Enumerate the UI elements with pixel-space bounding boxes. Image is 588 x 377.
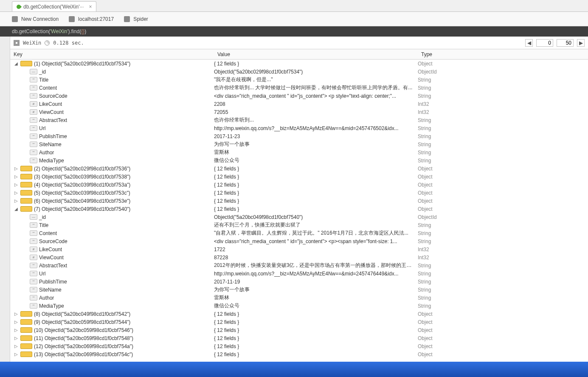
- tree-row[interactable]: —_idObjectId("5a20bc049f98cd1f0cbf7540")…: [10, 213, 588, 221]
- tree-row[interactable]: ""SourceCode<div class="rich_media_conte…: [10, 237, 588, 245]
- tree-row[interactable]: ""AbstractText也许你经常听到...String: [10, 116, 588, 124]
- expand-icon[interactable]: ▷: [14, 320, 19, 324]
- expand-icon[interactable]: ▷: [14, 312, 19, 316]
- field-type-icon: "": [30, 295, 37, 300]
- toolbar: New Connection localhost:27017 Spider: [0, 12, 588, 26]
- query-prefix: db.: [12, 28, 19, 34]
- collapse-icon[interactable]: ◢: [14, 61, 19, 66]
- header-value[interactable]: Value: [214, 51, 418, 57]
- row-value: { 12 fields }: [214, 182, 418, 188]
- row-type: Object: [418, 61, 588, 67]
- field-type-icon: "": [30, 142, 37, 147]
- row-value: { 12 fields }: [214, 319, 418, 325]
- page-next-button[interactable]: ▶: [577, 39, 585, 47]
- tree-row[interactable]: ▷(12) ObjectId("5a20bc069f98cd1f0cbf754a…: [10, 342, 588, 350]
- row-type: String: [418, 271, 588, 277]
- tree-row[interactable]: ""SourceCode<div class="rich_media_conte…: [10, 92, 588, 100]
- row-type: Object: [418, 206, 588, 212]
- expand-icon[interactable]: ▷: [14, 182, 19, 187]
- object-badge-icon: [20, 311, 32, 317]
- row-value: 2017-11-19: [214, 279, 418, 285]
- tree-row[interactable]: ""MediaType微信公众号String: [10, 302, 588, 310]
- row-value: { 12 fields }: [214, 190, 418, 196]
- collection-name: WeiXin: [23, 40, 41, 46]
- tree-row[interactable]: ""Content"自君入狱，举世瞩目。人生辉煌，莫过于此。" 2016年1月7…: [10, 229, 588, 237]
- tree-row[interactable]: ""PublishTime2017-11-23String: [10, 132, 588, 140]
- tree-row[interactable]: ◢(7) ObjectId("5a20bc049f98cd1f0cbf7540"…: [10, 205, 588, 213]
- tree-row[interactable]: ""Title"我不是在歧视啊，但是..."String: [10, 76, 588, 84]
- tree-row[interactable]: #ViewCount72055Int32: [10, 108, 588, 116]
- tree-row[interactable]: ▷(13) ObjectId("5a20bc069f98cd1f0cbf754c…: [10, 350, 588, 358]
- mongo-leaf-icon: [16, 3, 22, 9]
- tree-row[interactable]: ▷(6) ObjectId("5a20bc049f98cd1f0cbf753e"…: [10, 197, 588, 205]
- expand-icon[interactable]: ▷: [14, 198, 19, 203]
- row-key: (3) ObjectId("5a20bc039f98cd1f0cbf7538"): [34, 174, 130, 180]
- row-type: Int32: [418, 255, 588, 261]
- header-key[interactable]: Key: [10, 51, 214, 57]
- object-badge-icon: [20, 206, 32, 212]
- tree-row[interactable]: #LikeCount2208Int32: [10, 100, 588, 108]
- editor-tab[interactable]: db.getCollection('WeiXin'··· ×: [12, 1, 96, 11]
- row-type: String: [418, 125, 588, 131]
- tree-row[interactable]: #ViewCount87228Int32: [10, 253, 588, 261]
- tree-row[interactable]: ""SiteName为你写一个故事String: [10, 140, 588, 148]
- row-key: (1) ObjectId("5a20bc029f98cd1f0cbf7534"): [34, 61, 130, 67]
- tree-row[interactable]: ▷(9) ObjectId("5a20bc059f98cd1f0cbf7544"…: [10, 318, 588, 326]
- expand-icon[interactable]: ▷: [14, 174, 19, 179]
- field-type-icon: "": [30, 279, 37, 284]
- tree-row[interactable]: ▷(8) ObjectId("5a20bc049f98cd1f0cbf7542"…: [10, 310, 588, 318]
- row-key: _id: [39, 69, 46, 75]
- collapse-icon[interactable]: ◢: [14, 207, 19, 211]
- new-connection-icon: [12, 16, 18, 22]
- result-tree[interactable]: ◢(1) ObjectId("5a20bc029f98cd1f0cbf7534"…: [10, 60, 588, 362]
- row-key: (12) ObjectId("5a20bc069f98cd1f0cbf754a"…: [34, 343, 133, 349]
- close-icon[interactable]: ×: [89, 4, 92, 10]
- row-type: Object: [418, 343, 588, 349]
- field-type-icon: "": [30, 158, 37, 163]
- field-type-icon: "": [30, 93, 37, 99]
- tree-row[interactable]: ""Author雷斯林String: [10, 294, 588, 302]
- row-value: 2208: [214, 101, 418, 107]
- tree-row[interactable]: ◢(1) ObjectId("5a20bc029f98cd1f0cbf7534"…: [10, 60, 588, 68]
- page-prev-button[interactable]: ◀: [525, 39, 533, 47]
- row-key: (7) ObjectId("5a20bc049f98cd1f0cbf7540"): [34, 206, 130, 212]
- page-size-input[interactable]: [557, 39, 574, 47]
- tree-row[interactable]: ▷(11) ObjectId("5a20bc059f98cd1f0cbf7548…: [10, 334, 588, 342]
- tree-row[interactable]: ""Urlhttp://mp.weixin.qq.com/s?__biz=MzA…: [10, 124, 588, 132]
- header-type[interactable]: Type: [418, 51, 588, 57]
- row-key: Content: [39, 230, 57, 236]
- tree-row[interactable]: ""Urlhttp://mp.weixin.qq.com/s?__biz=MzA…: [10, 269, 588, 278]
- tree-row[interactable]: ▷(5) ObjectId("5a20bc039f98cd1f0cbf753c"…: [10, 189, 588, 197]
- expand-icon[interactable]: ▷: [14, 166, 19, 171]
- row-value: 微信公众号: [214, 302, 418, 309]
- tree-row[interactable]: ""PublishTime2017-11-19String: [10, 278, 588, 286]
- tree-row[interactable]: #LikeCount1722Int32: [10, 245, 588, 253]
- field-type-icon: "": [30, 230, 37, 236]
- row-key: (2) ObjectId("5a20bc029f98cd1f0cbf7536"): [34, 166, 130, 172]
- query-bar[interactable]: db.getCollection('WeiXin').find({}): [0, 26, 588, 37]
- expand-icon[interactable]: ▷: [14, 336, 19, 340]
- tree-row[interactable]: ""MediaType微信公众号String: [10, 156, 588, 164]
- row-type: String: [418, 158, 588, 164]
- tree-row[interactable]: ""Title还有不到三个月，快播王欣就要出狱了String: [10, 221, 588, 229]
- database-label[interactable]: Spider: [133, 16, 148, 22]
- tree-row[interactable]: ""SiteName为你写一个故事String: [10, 286, 588, 294]
- row-type: String: [418, 230, 588, 236]
- expand-icon[interactable]: ▷: [14, 190, 19, 195]
- expand-icon[interactable]: ▷: [14, 344, 19, 349]
- page-from-input[interactable]: [536, 39, 553, 47]
- new-connection-button[interactable]: New Connection: [21, 16, 59, 22]
- tree-row[interactable]: ▷(4) ObjectId("5a20bc039f98cd1f0cbf753a"…: [10, 181, 588, 189]
- row-value: "自君入狱，举世瞩目。人生辉煌，莫过于此。" 2016年1月7日，北京市海淀区人…: [214, 230, 418, 237]
- tree-row[interactable]: —_idObjectId("5a20bc029f98cd1f0cbf7534")…: [10, 68, 588, 76]
- row-type: ObjectId: [418, 214, 588, 220]
- tree-row[interactable]: ""Author雷斯林String: [10, 148, 588, 156]
- tree-row[interactable]: ""Content也许你经常听到... 大学时候做过一段时间班委，有时候会帮忙听…: [10, 84, 588, 92]
- tree-row[interactable]: ▷(10) ObjectId("5a20bc059f98cd1f0cbf7546…: [10, 326, 588, 334]
- host-label[interactable]: localhost:27017: [78, 16, 114, 22]
- tree-row[interactable]: ""AbstractText2012年的时候，快播安装量突破3亿，还是中国市场占…: [10, 261, 588, 269]
- expand-icon[interactable]: ▷: [14, 352, 19, 357]
- tree-row[interactable]: ▷(2) ObjectId("5a20bc029f98cd1f0cbf7536"…: [10, 164, 588, 173]
- expand-icon[interactable]: ▷: [14, 328, 19, 332]
- tree-row[interactable]: ▷(3) ObjectId("5a20bc039f98cd1f0cbf7538"…: [10, 173, 588, 181]
